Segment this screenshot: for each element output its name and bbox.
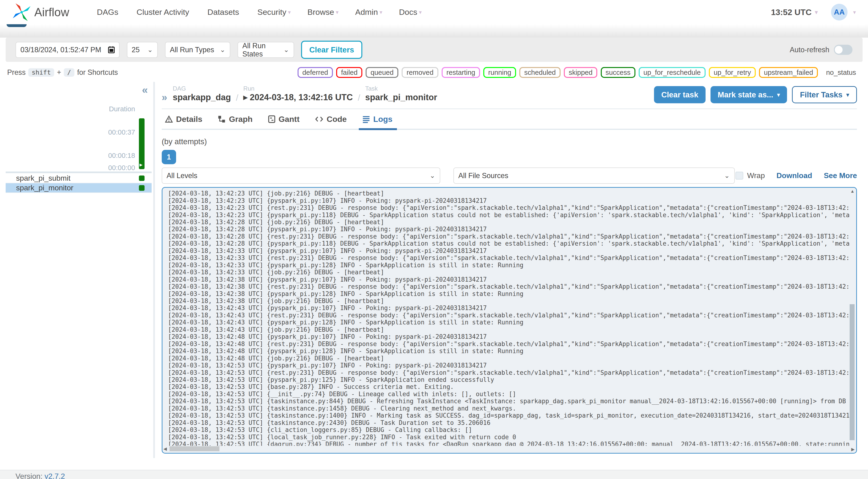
auto-refresh-toggle[interactable] bbox=[834, 45, 853, 55]
scroll-left-icon[interactable]: ◀ bbox=[163, 446, 167, 451]
download-link[interactable]: Download bbox=[776, 171, 812, 180]
tab-gantt[interactable]: Gantt bbox=[268, 115, 300, 129]
status-badge[interactable]: removed bbox=[402, 67, 438, 78]
run-states-select[interactable]: All Run States⌄ bbox=[238, 42, 294, 58]
status-badge[interactable]: running bbox=[483, 67, 516, 78]
scroll-right-icon[interactable]: ▶ bbox=[851, 447, 855, 452]
nav-menu-item[interactable]: Browse▾ bbox=[307, 7, 339, 17]
nav-menu-item[interactable]: DAGs bbox=[97, 7, 120, 17]
log-line: [2024-03-18, 13:42:53 UTC] {pyspark_pi.p… bbox=[168, 362, 849, 369]
log-filters-row: All Levels⌄ All File Sources⌄ Wrap Downl… bbox=[162, 167, 857, 184]
log-links: Wrap Download See More bbox=[736, 171, 857, 180]
avatar[interactable]: AA bbox=[831, 4, 848, 21]
breadcrumb-task[interactable]: Task spark_pi_monitor bbox=[365, 85, 437, 103]
status-badge[interactable]: scheduled bbox=[519, 67, 561, 78]
gantt-icon bbox=[268, 115, 275, 123]
log-line: [2024-03-18, 13:42:48 UTC] {rest.py:231}… bbox=[168, 341, 849, 348]
task-row-spark-pi-monitor[interactable]: spark_pi_monitor bbox=[6, 183, 152, 193]
status-badge[interactable]: skipped bbox=[564, 67, 597, 78]
log-line: [2024-03-18, 13:42:53 UTC] {taskinstance… bbox=[168, 397, 849, 405]
airflow-logo-icon bbox=[12, 3, 31, 22]
code-icon bbox=[315, 115, 323, 123]
wrap-checkbox[interactable] bbox=[736, 172, 743, 180]
log-line: [2024-03-18, 13:42:33 UTC] {pyspark_pi.p… bbox=[168, 247, 849, 254]
navbar: Airflow DAGs Cluster Activity Datasets S… bbox=[0, 0, 868, 24]
task-state-square[interactable] bbox=[139, 175, 145, 181]
log-line: [2024-03-18, 13:42:48 UTC] {pyspark_pi.p… bbox=[168, 348, 849, 355]
horizontal-scrollbar[interactable]: ◀ bbox=[163, 446, 848, 452]
meta-row: Press shift + / for Shortcuts deferred f… bbox=[0, 67, 868, 78]
chevron-down-icon: ⌄ bbox=[430, 173, 435, 178]
status-badge[interactable]: up_for_retry bbox=[709, 67, 756, 78]
horizontal-scrollbar-thumb[interactable] bbox=[169, 446, 219, 451]
attempt-1-button[interactable]: 1 bbox=[162, 150, 176, 164]
breadcrumb-separator: / bbox=[358, 93, 360, 103]
run-types-select[interactable]: All Run Types⌄ bbox=[165, 42, 230, 58]
task-list: spark_pi_submit spark_pi_monitor bbox=[6, 173, 152, 193]
see-more-link[interactable]: See More bbox=[824, 171, 857, 180]
nav-menu-item[interactable]: Security▾ bbox=[257, 7, 291, 17]
auto-refresh-label: Auto-refresh bbox=[790, 45, 829, 54]
run-duration-bar[interactable]: ▶ bbox=[139, 118, 145, 169]
file-sources-select[interactable]: All File Sources⌄ bbox=[454, 167, 735, 184]
breadcrumb-dag[interactable]: DAG sparkapp_dag bbox=[173, 85, 231, 103]
mark-state-button[interactable]: Mark state as...▾ bbox=[711, 86, 787, 103]
log-line: [2024-03-18, 13:42:48 UTC] {pyspark_pi.p… bbox=[168, 333, 849, 340]
task-actions: Clear task Mark state as...▾ Filter Task… bbox=[654, 86, 857, 103]
status-badge[interactable]: failed bbox=[336, 67, 362, 78]
breadcrumb-run[interactable]: Run ▶2024-03-18, 13:42:16 UTC bbox=[243, 85, 353, 103]
tab-details[interactable]: Details bbox=[165, 115, 203, 129]
tab-graph[interactable]: Graph bbox=[218, 115, 252, 129]
vertical-scrollbar[interactable]: ▲ bbox=[850, 189, 855, 445]
expand-panel-icon[interactable]: » bbox=[162, 92, 167, 103]
page-size-select[interactable]: 25⌄ bbox=[127, 42, 158, 58]
status-badge[interactable]: success bbox=[601, 67, 636, 78]
collapse-sidebar-icon[interactable]: « bbox=[142, 84, 148, 96]
log-line: [2024-03-18, 13:42:23 UTC] {pyspark_pi.p… bbox=[168, 197, 849, 204]
log-line: [2024-03-18, 13:42:28 UTC] {pyspark_pi.p… bbox=[168, 240, 849, 247]
nav-menu-item[interactable]: Cluster Activity bbox=[136, 7, 191, 17]
brand[interactable]: Airflow bbox=[12, 3, 69, 22]
breadcrumb: DAG sparkapp_dag / Run ▶2024-03-18, 13:4… bbox=[173, 85, 437, 103]
status-badge[interactable]: upstream_failed bbox=[759, 67, 818, 78]
version-link[interactable]: v2.7.2 bbox=[44, 472, 65, 479]
status-badge[interactable]: deferred bbox=[298, 67, 333, 78]
task-state-square[interactable] bbox=[139, 185, 145, 191]
clear-task-button[interactable]: Clear task bbox=[654, 86, 705, 103]
chevron-down-icon[interactable]: ▾ bbox=[853, 9, 856, 15]
base-date-input[interactable]: 03/18/2024, 01:52:47 PM bbox=[16, 42, 120, 58]
chevron-down-icon: ▾ bbox=[288, 9, 291, 15]
status-badge[interactable]: up_for_reschedule bbox=[639, 67, 706, 78]
chevron-down-icon: ⌄ bbox=[724, 173, 730, 178]
tab-code[interactable]: Code bbox=[315, 115, 347, 129]
task-row-spark-pi-submit[interactable]: spark_pi_submit bbox=[6, 173, 152, 183]
log-line: [2024-03-18, 13:42:43 UTC] {pyspark_pi.p… bbox=[168, 305, 849, 312]
manual-run-icon: ▶ bbox=[140, 163, 143, 167]
airflow-app: Airflow DAGs Cluster Activity Datasets S… bbox=[0, 0, 868, 479]
log-line: [2024-03-18, 13:42:53 UTC] {pyspark_pi.p… bbox=[168, 376, 849, 383]
vertical-scrollbar-thumb[interactable] bbox=[850, 304, 855, 440]
status-badge[interactable]: queued bbox=[366, 67, 398, 78]
log-lines[interactable]: [2024-03-18, 13:42:23 UTC] {job.py:216} … bbox=[162, 189, 849, 446]
log-output-box: [2024-03-18, 13:42:23 UTC] {job.py:216} … bbox=[162, 187, 857, 454]
tab-logs[interactable]: Logs bbox=[362, 115, 393, 129]
wrap-group: Wrap bbox=[736, 171, 765, 180]
calendar-icon[interactable] bbox=[108, 46, 115, 54]
clock-menu[interactable]: 13:52 UTC▾ bbox=[771, 7, 817, 17]
nav-menu-item[interactable]: Datasets bbox=[208, 7, 241, 17]
log-line: [2024-03-18, 13:42:53 UTC] {rest.py:231}… bbox=[168, 369, 849, 376]
filter-tasks-button[interactable]: Filter Tasks▾ bbox=[792, 86, 857, 103]
nav-menu-item[interactable]: Admin▾ bbox=[355, 7, 382, 17]
base-date-value: 03/18/2024, 01:52:47 PM bbox=[21, 45, 103, 54]
scroll-up-icon[interactable]: ▲ bbox=[850, 189, 855, 194]
chevron-down-icon: ▾ bbox=[379, 9, 382, 15]
shortcuts-hint: Press shift + / for Shortcuts bbox=[7, 68, 118, 77]
log-levels-select[interactable]: All Levels⌄ bbox=[162, 167, 440, 184]
status-badge[interactable]: no_status bbox=[821, 67, 861, 78]
status-badge[interactable]: restarting bbox=[442, 67, 480, 78]
detail-header: » DAG sparkapp_dag / Run ▶2024-03-18, 13… bbox=[162, 85, 857, 103]
filter-bar: 03/18/2024, 01:52:47 PM 25⌄ All Run Type… bbox=[6, 38, 863, 62]
nav-menu-item[interactable]: Docs▾ bbox=[399, 7, 422, 17]
wrap-label: Wrap bbox=[747, 171, 765, 180]
clear-filters-button[interactable]: Clear Filters bbox=[301, 41, 362, 59]
